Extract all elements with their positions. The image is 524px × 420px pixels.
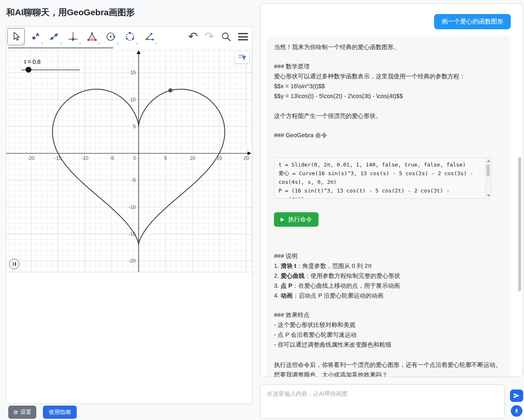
svg-text:-5: -5 [109,155,114,161]
slider-knob[interactable] [26,67,31,73]
code-block: t = Slider(0, 2π, 0.01, 1, 140, false, t… [274,157,491,199]
guide-button[interactable]: 使用指南 [43,406,77,419]
ai-effect-3: - 你可以通过调整曲线属性来改变颜色和粗细 [274,340,504,350]
code-text: t = Slider(0, 2π, 0.01, 1, 140, false, t… [274,158,491,199]
code-scrollbar[interactable] [485,158,491,198]
svg-text:20: 20 [243,155,249,161]
graph-svg[interactable]: -20-15-10-50510152015105-5-10-15-20 [6,49,252,272]
slider-label: t = 0.8 [24,59,80,65]
tool-line[interactable] [45,28,63,45]
play-icon [281,218,284,222]
circle-tool-icon [105,31,117,42]
redo-icon[interactable]: ↷ [205,31,214,42]
ai-nice-note: 这个方程能产生一个很漂亮的爱心形状。 [274,111,504,121]
tool-circle[interactable] [102,28,120,45]
ai-effects-heading: ### 效果特点 [274,310,504,320]
svg-text:10: 10 [130,97,136,103]
rocket-button[interactable] [511,405,522,417]
stylebar-icon [238,54,246,61]
polygon-tool-icon [86,31,98,42]
pause-button[interactable] [9,259,19,269]
geogebra-toolbar: A [6,26,252,49]
left-footer: ⚙ 设置 使用指南 [8,406,77,419]
tool-polygon[interactable] [83,28,101,45]
side-buttons [510,389,523,417]
svg-text:10: 10 [190,155,196,161]
run-command-button[interactable]: 执行命令 [274,212,319,227]
conic-tool-icon [124,31,136,42]
pause-icon [13,262,14,266]
svg-text:-20: -20 [129,258,136,264]
rocket-icon [514,408,519,414]
svg-text:-20: -20 [27,155,35,161]
menu-icon[interactable] [238,31,248,42]
ai-note-2: 2. 爱心曲线：使用参数方程绘制完整的爱心形状 [274,271,504,281]
send-icon [513,392,520,399]
line-tool-icon [48,31,60,42]
ai-effect-2: - 点 P 会沿着爱心轮廓匀速运动 [274,330,504,340]
slider-track[interactable] [21,69,80,70]
tool-conic[interactable] [121,28,139,45]
chat-messages: 画一个爱心的函数图形 当然！我来为你绘制一个经典的爱心函数图形。 ### 数学原… [260,3,523,377]
tool-angle[interactable] [140,28,158,45]
send-button[interactable] [510,389,523,402]
ai-equation-x: $$x = 16\sin^3(t)$$ [274,81,504,91]
chat-input-card [260,384,505,419]
ai-command-heading: ### GeoGebra 命令 [274,130,504,140]
run-command-label: 执行命令 [288,216,312,223]
tool-move[interactable] [7,28,25,45]
ai-closing: 执行这些命令后，你将看到一个漂亮的爱心图形，还有一个点沿着爱心轮廓不断运动。想要… [274,360,504,377]
svg-text:5: 5 [133,124,136,129]
svg-text:-10: -10 [81,155,89,161]
svg-text:0: 0 [133,155,136,161]
settings-label: 设置 [20,408,31,416]
scroll-down-icon[interactable] [486,193,491,198]
geogebra-panel: A [6,26,253,404]
ai-effect-1: - 这个爱心形状比较对称和美观 [274,320,504,330]
ai-intro: 当然！我来为你绘制一个经典的爱心函数图形。 [274,42,504,52]
ai-equation-y: $$y = 13\cos(t) - 5\cos(2t) - 2\cos(3t) … [274,91,504,101]
point-tool-icon: A [29,31,41,42]
code-scrollbar-thumb[interactable] [486,164,490,176]
user-message: 画一个爱心的函数图形 [434,14,511,29]
graphics-view[interactable]: -20-15-10-50510152015105-5-10-15-20 t = … [6,49,252,272]
tool-perpendicular[interactable] [64,28,82,45]
ai-notes-heading: ### 说明 [274,251,504,261]
stylebar-toggle[interactable] [235,51,250,63]
ai-math-desc: 爱心形状可以通过多种数学函数表示，这里我使用一个经典的参数方程： [274,71,504,81]
move-tool-icon [10,31,22,42]
undo-icon[interactable]: ↶ [188,31,198,42]
svg-text:A: A [36,32,39,37]
angle-tool-icon [143,31,155,42]
svg-text:5: 5 [164,155,167,161]
zoom-search-icon[interactable] [221,31,231,42]
slider-t[interactable]: t = 0.8 [21,59,80,70]
ai-note-4: 4. 动画：启动点 P 沿爱心轮廓运动的动画 [274,291,504,300]
ai-note-3: 3. 点 P：在爱心曲线上移动的点，用于展示动画 [274,281,504,291]
chat-input[interactable] [260,385,505,418]
svg-text:15: 15 [130,70,136,75]
ai-message: 当然！我来为你绘制一个经典的爱心函数图形。 ### 数学原理 爱心形状可以通过多… [267,37,511,377]
ai-math-heading: ### 数学原理 [274,61,504,71]
tool-point[interactable]: A [26,28,44,45]
settings-button[interactable]: ⚙ 设置 [8,406,36,419]
ai-note-1: 1. 滑块 t：角度参数，范围从 0 到 2π [274,261,504,271]
gear-icon: ⚙ [13,409,18,415]
svg-text:-10: -10 [129,204,136,210]
scroll-up-icon[interactable] [486,158,491,163]
toolbar-scrollbar[interactable] [8,47,113,49]
svg-text:-5: -5 [131,177,136,183]
page-title: 和AI聊聊天，用GeoGebra画图形 [6,7,135,18]
perpendicular-tool-icon [67,31,79,42]
chat-scrollbar[interactable] [518,157,521,291]
